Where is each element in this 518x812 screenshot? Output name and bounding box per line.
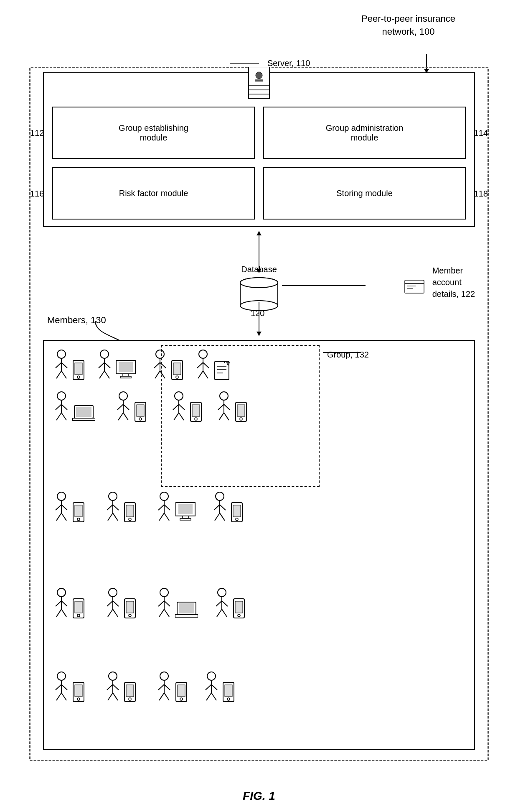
main-outer-box: Server, 110 112 Gro <box>29 67 489 761</box>
svg-rect-154 <box>175 615 198 617</box>
svg-line-105 <box>113 513 118 521</box>
tablet-icon <box>171 360 183 380</box>
svg-line-121 <box>214 505 220 510</box>
person-unit-4 <box>194 349 230 380</box>
svg-line-178 <box>113 693 118 700</box>
person-icon <box>202 671 221 702</box>
svg-point-64 <box>119 392 127 400</box>
svg-point-15 <box>57 350 66 358</box>
person-unit-12 <box>211 491 243 523</box>
svg-line-69 <box>123 413 128 420</box>
svg-line-142 <box>113 609 118 617</box>
svg-line-169 <box>61 693 66 700</box>
desktop-icon <box>175 502 196 523</box>
person-unit-6 <box>114 391 147 422</box>
svg-line-77 <box>174 413 179 420</box>
modules-grid: 112 Group establishing module Group admi… <box>52 107 466 220</box>
svg-rect-41 <box>173 363 181 375</box>
tablet-icon <box>222 682 235 702</box>
svg-rect-116 <box>178 504 193 514</box>
person-unit-13 <box>52 587 85 619</box>
svg-line-132 <box>56 609 61 617</box>
svg-line-68 <box>118 413 123 420</box>
svg-line-47 <box>198 371 203 378</box>
group-establishing-module: 112 Group establishing module <box>52 107 255 159</box>
svg-rect-126 <box>233 505 241 517</box>
svg-line-45 <box>197 363 203 368</box>
person-icon <box>155 671 174 702</box>
person-unit-11 <box>155 491 196 523</box>
svg-line-17 <box>56 363 61 368</box>
person-unit-8 <box>215 391 247 422</box>
person-unit-15 <box>155 587 198 619</box>
tablet-icon <box>72 360 85 380</box>
svg-line-19 <box>56 371 61 378</box>
svg-rect-107 <box>126 505 134 517</box>
svg-line-75 <box>173 404 179 410</box>
svg-point-109 <box>160 492 168 500</box>
person-unit-7 <box>170 391 202 422</box>
person-icon <box>104 491 122 523</box>
person-unit-2 <box>95 349 136 380</box>
members-section: Group, 132 <box>43 340 475 750</box>
svg-line-76 <box>179 404 185 410</box>
people-row-1 <box>52 349 466 380</box>
svg-rect-63 <box>72 418 95 421</box>
server-members-arrow <box>259 302 259 336</box>
svg-line-195 <box>206 693 211 700</box>
svg-line-58 <box>61 404 67 410</box>
svg-point-137 <box>109 588 117 597</box>
tablet-icon <box>124 598 136 619</box>
person-icon <box>155 587 174 619</box>
tablet-icon <box>72 502 85 523</box>
svg-rect-153 <box>179 603 194 613</box>
person-icon <box>104 587 122 619</box>
risk-factor-module: 116 Risk factor module <box>52 167 255 220</box>
svg-line-84 <box>218 404 224 410</box>
person-icon <box>52 391 71 422</box>
svg-line-66 <box>117 404 123 410</box>
people-row-4 <box>52 587 466 619</box>
svg-line-168 <box>56 693 61 700</box>
svg-line-103 <box>113 505 119 510</box>
svg-rect-180 <box>126 685 134 697</box>
svg-rect-189 <box>178 685 185 697</box>
figure-caption: FIG. 1 <box>243 789 275 803</box>
svg-line-193 <box>206 684 211 690</box>
svg-rect-118 <box>180 518 191 520</box>
svg-rect-135 <box>75 601 82 613</box>
svg-line-78 <box>179 413 184 420</box>
svg-line-87 <box>224 413 229 420</box>
person-icon <box>52 349 71 380</box>
svg-line-186 <box>159 693 164 700</box>
svg-line-112 <box>164 505 170 510</box>
svg-line-175 <box>107 684 113 690</box>
tablet-icon <box>134 401 147 422</box>
server-label-line <box>230 63 259 64</box>
svg-rect-49 <box>215 361 229 380</box>
svg-rect-22 <box>75 363 82 375</box>
svg-line-150 <box>159 609 164 617</box>
svg-line-185 <box>164 684 170 690</box>
svg-line-158 <box>222 601 228 606</box>
member-account-label: Member account details, 122 <box>432 265 475 300</box>
svg-rect-162 <box>235 601 243 613</box>
person-icon <box>155 491 174 523</box>
server-section: Server, 110 112 Gro <box>43 72 475 227</box>
server-icon <box>244 67 274 100</box>
svg-rect-144 <box>126 601 134 613</box>
person-icon <box>52 491 71 523</box>
people-row-3 <box>52 491 466 523</box>
tablet-icon <box>233 598 245 619</box>
svg-line-122 <box>220 505 226 510</box>
svg-line-96 <box>61 513 66 521</box>
svg-line-67 <box>123 404 129 410</box>
svg-rect-32 <box>123 374 129 376</box>
server-label: Server, 110 <box>267 59 310 68</box>
person-icon <box>114 391 133 422</box>
laptop-icon <box>72 405 95 422</box>
svg-point-82 <box>220 392 228 400</box>
person-icon <box>95 349 114 380</box>
person-unit-3 <box>151 349 183 380</box>
svg-line-123 <box>215 513 220 521</box>
